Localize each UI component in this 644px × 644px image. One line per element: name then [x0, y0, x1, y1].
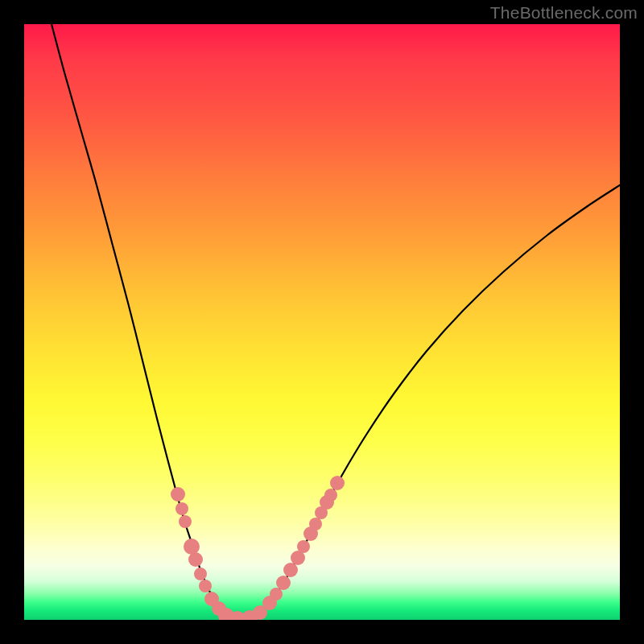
plot-area [24, 24, 620, 620]
data-dot [179, 515, 192, 528]
data-dot [309, 518, 322, 530]
data-dot [171, 487, 185, 502]
data-dot [184, 539, 200, 555]
chart-svg [24, 24, 620, 620]
data-dots [171, 476, 345, 620]
data-dot [276, 576, 291, 590]
data-dot [283, 563, 298, 577]
bottleneck-curve [52, 24, 620, 620]
data-dot [175, 502, 188, 515]
chart-frame: TheBottleneck.com [0, 0, 644, 644]
watermark-text: TheBottleneck.com [490, 3, 638, 23]
data-dot [199, 580, 212, 592]
data-dot [297, 540, 310, 553]
data-dot [324, 489, 337, 502]
data-dot [194, 568, 207, 580]
data-dot [330, 476, 345, 490]
data-dot [270, 588, 283, 601]
data-dot [188, 552, 203, 567]
